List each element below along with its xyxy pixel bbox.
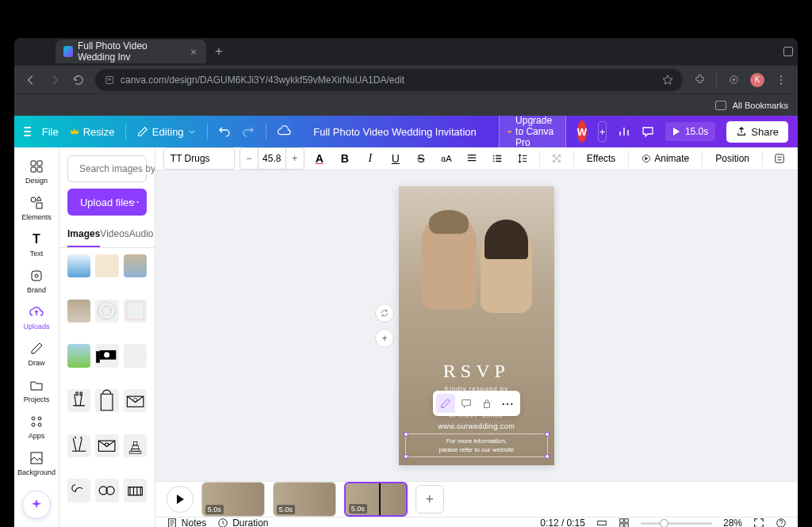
upload-thumb[interactable] (124, 344, 147, 367)
upload-thumb[interactable] (124, 434, 147, 457)
profile-avatar[interactable]: K (750, 73, 764, 87)
upload-thumb[interactable] (124, 254, 147, 277)
upload-thumb[interactable] (67, 434, 90, 457)
zoom-thumb[interactable] (660, 519, 668, 528)
more-element-icon[interactable]: ⋯ (498, 394, 517, 413)
browser-tab[interactable]: Full Photo Video Wedding Inv × (56, 40, 206, 63)
list-button[interactable] (487, 148, 508, 169)
sync-page-button[interactable] (375, 304, 394, 323)
resize-button[interactable]: Resize (70, 126, 115, 138)
zoom-slider[interactable] (641, 522, 712, 525)
rail-apps[interactable]: Apps (14, 409, 59, 444)
website-text[interactable]: www.ourwedding.com (405, 422, 548, 430)
help-button[interactable] (776, 517, 787, 527)
italic-button[interactable]: I (360, 148, 381, 169)
present-button[interactable]: 15.0s (665, 122, 715, 141)
upload-thumb[interactable] (124, 479, 147, 502)
bold-button[interactable]: B (335, 148, 355, 169)
letter-case-button[interactable]: aA (436, 148, 457, 169)
tab-videos[interactable]: Videos (100, 222, 128, 247)
strikethrough-button[interactable]: S (411, 148, 431, 169)
canvas-viewport[interactable]: + RSVP Kindly respond by July 10 (155, 170, 798, 481)
rsvp-heading[interactable]: RSVP (405, 361, 548, 382)
effects-button[interactable]: Effects (580, 149, 622, 168)
document-title[interactable]: Full Photo Video Wedding Invitation (313, 126, 477, 138)
cloud-sync-icon[interactable] (277, 120, 291, 143)
rail-elements[interactable]: Elements (14, 190, 59, 225)
add-clip-button[interactable]: + (416, 485, 444, 514)
upload-thumb[interactable] (95, 389, 118, 412)
star-icon[interactable] (662, 74, 673, 86)
upload-files-button[interactable]: Upload files ⋯ (67, 189, 147, 216)
fullscreen-button[interactable] (753, 517, 764, 527)
window-control[interactable] (783, 47, 793, 56)
decrease-size-button[interactable]: − (240, 153, 258, 164)
font-dropdown[interactable]: TT Drugs (163, 147, 235, 170)
menu-icon[interactable] (774, 73, 788, 87)
upload-thumb[interactable] (67, 300, 90, 323)
animate-button[interactable]: Animate (635, 149, 695, 168)
upload-thumb[interactable] (67, 254, 90, 277)
upload-thumb[interactable] (95, 434, 118, 457)
file-button[interactable]: File (42, 126, 59, 138)
play-button[interactable] (167, 486, 193, 513)
selection-handle[interactable] (404, 454, 408, 459)
comment-element-icon[interactable] (457, 394, 476, 413)
new-tab-button[interactable]: + (209, 42, 228, 61)
timeline-clip-selected[interactable]: 5.0s (344, 482, 408, 517)
forward-icon[interactable] (48, 73, 62, 87)
grid-view-button[interactable] (619, 517, 630, 527)
browser-settings-icon[interactable] (726, 73, 741, 87)
rail-text[interactable]: TText (14, 227, 59, 262)
align-button[interactable] (462, 148, 482, 169)
timeline-clip[interactable]: 5.0s (201, 482, 265, 517)
selection-handle[interactable] (545, 454, 550, 459)
rail-design[interactable]: Design (14, 154, 59, 189)
tab-audio[interactable]: Audio (129, 222, 154, 247)
selected-text-box[interactable]: For more information, please refer to ou… (405, 433, 548, 457)
text-color-button[interactable]: A (309, 148, 330, 169)
transparency-button[interactable] (546, 148, 567, 169)
share-button[interactable]: Share (726, 121, 788, 143)
rail-uploads[interactable]: Uploads (14, 300, 59, 334)
upload-thumb[interactable] (95, 254, 118, 277)
upload-thumb[interactable] (95, 479, 118, 502)
search-input[interactable] (67, 155, 147, 182)
edit-icon[interactable] (436, 394, 455, 413)
more-toolbar-icon[interactable] (769, 148, 790, 169)
underline-button[interactable]: U (385, 148, 406, 169)
undo-button[interactable] (218, 120, 231, 143)
selection-handle[interactable] (545, 432, 550, 437)
analytics-icon[interactable] (618, 120, 630, 143)
rail-brand[interactable]: Brand (14, 263, 59, 298)
timeline-clip[interactable]: 5.0s (273, 482, 336, 517)
add-page-button[interactable]: + (375, 329, 394, 348)
position-button[interactable]: Position (709, 149, 756, 168)
editing-dropdown[interactable]: Editing (137, 126, 196, 138)
comment-icon[interactable] (642, 120, 654, 143)
timeline-view-button[interactable] (596, 517, 607, 527)
tab-images[interactable]: Images (67, 222, 100, 247)
notes-button[interactable]: Notes (167, 517, 206, 527)
upload-more-icon[interactable]: ⋯ (128, 196, 140, 208)
font-size-value[interactable]: 45.8 (258, 148, 286, 169)
menu-button[interactable] (24, 122, 31, 141)
playhead[interactable] (379, 482, 381, 517)
increase-size-button[interactable]: + (286, 153, 304, 164)
rail-projects[interactable]: Projects (14, 372, 59, 407)
upload-thumb[interactable] (124, 300, 147, 323)
add-collaborator-button[interactable]: + (598, 121, 607, 142)
search-field[interactable] (79, 163, 155, 174)
upload-thumb[interactable] (67, 389, 90, 412)
lock-icon[interactable] (477, 394, 496, 413)
rail-background[interactable]: Background (14, 445, 59, 480)
extensions-icon[interactable] (692, 73, 707, 87)
upload-thumb[interactable] (124, 389, 147, 412)
close-icon[interactable]: × (189, 46, 198, 57)
spacing-button[interactable] (512, 148, 533, 169)
canvas-page[interactable]: RSVP Kindly respond by July 10th or RSVP… (399, 186, 554, 465)
upload-thumb[interactable] (95, 300, 118, 323)
rail-draw[interactable]: Draw (14, 336, 59, 371)
url-input[interactable]: canva.com/design/DAGUM6KJi3Y/43wykkf59vM… (95, 69, 683, 91)
selection-handle[interactable] (404, 432, 408, 437)
